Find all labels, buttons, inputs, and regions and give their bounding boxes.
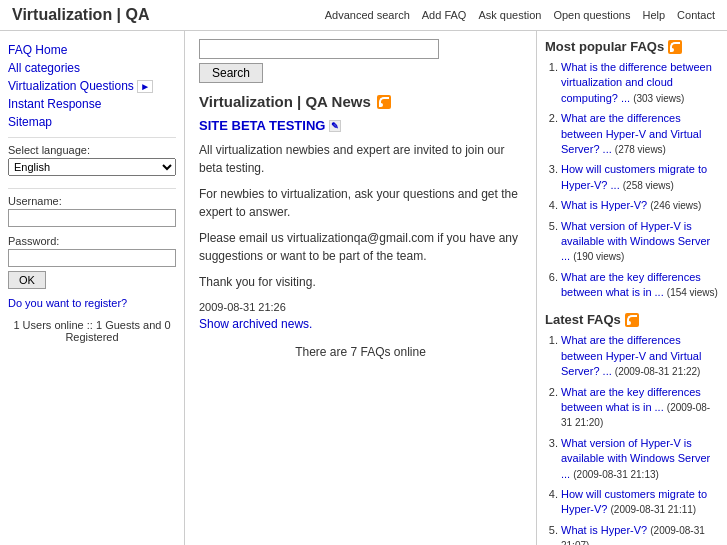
nav-links: Advanced search Add FAQ Ask question Ope… [325,9,715,21]
right-sidebar: Most popular FAQs What is the difference… [537,31,727,545]
nav-add-faq[interactable]: Add FAQ [422,9,467,21]
latest-faq-5[interactable]: What is Hyper-V? [561,524,647,536]
search-area: Search [199,39,522,83]
nav-open-questions[interactable]: Open questions [553,9,630,21]
latest-date-4: (2009-08-31 21:11) [611,504,697,515]
sidebar-all-categories[interactable]: All categories [8,59,176,77]
popular-faqs-list: What is the difference between virtualiz… [561,60,719,300]
list-item: What is Hyper-V? (246 views) [561,198,719,213]
password-label: Password: [8,235,176,247]
popular-title-text: Most popular FAQs [545,39,664,54]
news-body: All virtualization newbies and expert ar… [199,141,522,291]
archived-news-link[interactable]: Show archived news. [199,317,312,331]
password-input[interactable] [8,249,176,267]
list-item: How will customers migrate to Hyper-V? (… [561,487,719,518]
latest-rss-icon [625,313,639,327]
list-item: What is Hyper-V? (2009-08-31 21:07) [561,523,719,545]
top-nav: Virtualization | QA Advanced search Add … [0,0,727,31]
sidebar-divider-1 [8,137,176,138]
latest-date-1: (2009-08-31 21:22) [615,366,701,377]
nav-contact[interactable]: Contact [677,9,715,21]
popular-rss-icon [668,40,682,54]
nav-help[interactable]: Help [642,9,665,21]
main-content: Search Virtualization | QA News SITE BET… [185,31,537,545]
list-item: What version of Hyper-V is available wit… [561,436,719,482]
views-4: (246 views) [650,200,701,211]
search-input[interactable] [199,39,439,59]
nav-ask-question[interactable]: Ask question [478,9,541,21]
popular-faq-4[interactable]: What is Hyper-V? [561,199,647,211]
latest-date-3: (2009-08-31 21:13) [573,469,659,480]
news-para-1: All virtualization newbies and expert ar… [199,141,522,177]
sidebar-virtualization-questions[interactable]: Virtualization Questions ► [8,77,176,95]
search-button[interactable]: Search [199,63,263,83]
views-3: (258 views) [623,180,674,191]
sidebar-instant-response[interactable]: Instant Response [8,95,176,113]
news-para-4: Thank you for visiting. [199,273,522,291]
list-item: What are the differences between Hyper-V… [561,111,719,157]
sidebar-faq-home[interactable]: FAQ Home [8,41,176,59]
popular-faqs-title: Most popular FAQs [545,39,719,54]
register-link[interactable]: Do you want to register? [8,295,176,311]
site-title: Virtualization | QA [12,6,150,24]
online-status: 1 Users online :: 1 Guests and 0 Registe… [8,319,176,343]
news-para-2: For newbies to virtualization, ask your … [199,185,522,221]
sidebar: FAQ Home All categories Virtualization Q… [0,31,185,545]
ok-button[interactable]: OK [8,271,46,289]
username-label: Username: [8,195,176,207]
latest-faqs-list: What are the differences between Hyper-V… [561,333,719,545]
sidebar-divider-2 [8,188,176,189]
language-label: Select language: [8,144,176,156]
beta-title-link[interactable]: SITE BETA TESTING [199,118,325,133]
faq-count: There are 7 FAQs online [199,345,522,359]
list-item: What are the key differences between wha… [561,385,719,431]
views-6: (154 views) [667,287,718,298]
list-item: What version of Hyper-V is available wit… [561,219,719,265]
news-title: Virtualization | QA News [199,93,522,110]
list-item: What are the key differences between wha… [561,270,719,301]
views-2: (278 views) [615,144,666,155]
news-timestamp: 2009-08-31 21:26 [199,301,522,313]
edit-icon: ✎ [329,120,341,132]
news-title-text: Virtualization | QA News [199,93,371,110]
nav-advanced-search[interactable]: Advanced search [325,9,410,21]
views-5: (190 views) [573,251,624,262]
virt-icon: ► [137,80,153,93]
latest-faqs-title: Latest FAQs [545,312,719,327]
latest-title-text: Latest FAQs [545,312,621,327]
views-1: (303 views) [633,93,684,104]
list-item: What are the differences between Hyper-V… [561,333,719,379]
list-item: What is the difference between virtualiz… [561,60,719,106]
sidebar-sitemap[interactable]: Sitemap [8,113,176,131]
beta-title: SITE BETA TESTING ✎ [199,118,522,133]
layout: FAQ Home All categories Virtualization Q… [0,31,727,545]
list-item: How will customers migrate to Hyper-V? .… [561,162,719,193]
rss-icon [377,95,391,109]
language-select[interactable]: English [8,158,176,176]
username-input[interactable] [8,209,176,227]
news-para-3: Please email us virtualizationqa@gmail.c… [199,229,522,265]
